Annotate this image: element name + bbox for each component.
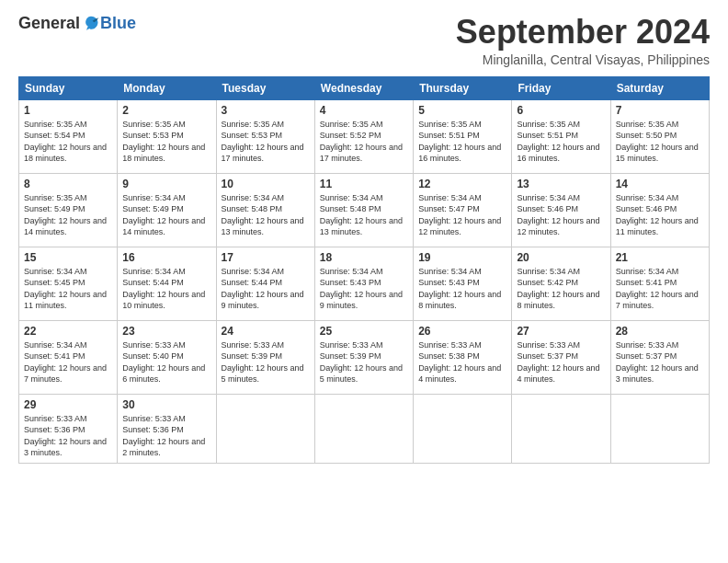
day-number: 20 [517,251,605,264]
week-row-5: 29 Sunrise: 5:33 AMSunset: 5:36 PMDaylig… [19,394,710,463]
day-number: 6 [517,104,605,117]
calendar-table: SundayMondayTuesdayWednesdayThursdayFrid… [18,76,710,464]
page: General Blue September 2024 Minglanilla,… [0,0,728,563]
day-info: Sunrise: 5:34 AMSunset: 5:45 PMDaylight:… [24,267,107,311]
header: General Blue September 2024 Minglanilla,… [18,14,710,67]
day-number: 19 [418,251,506,264]
day-cell: 2 Sunrise: 5:35 AMSunset: 5:53 PMDayligh… [118,99,216,173]
day-cell: 22 Sunrise: 5:34 AMSunset: 5:41 PMDaylig… [19,320,118,394]
day-number: 11 [320,178,408,190]
day-cell: 14 Sunrise: 5:34 AMSunset: 5:46 PMDaylig… [610,173,709,247]
day-cell [314,394,413,463]
day-number: 27 [517,325,605,338]
day-number: 22 [24,325,112,338]
day-cell: 17 Sunrise: 5:34 AMSunset: 5:44 PMDaylig… [216,247,314,320]
day-info: Sunrise: 5:34 AMSunset: 5:44 PMDaylight:… [122,267,205,311]
day-info: Sunrise: 5:35 AMSunset: 5:52 PMDaylight:… [320,120,403,164]
day-cell: 29 Sunrise: 5:33 AMSunset: 5:36 PMDaylig… [19,394,118,463]
day-info: Sunrise: 5:35 AMSunset: 5:53 PMDaylight:… [122,120,205,164]
logo-general: General [18,14,80,33]
day-cell [610,394,709,463]
week-row-2: 8 Sunrise: 5:35 AMSunset: 5:49 PMDayligh… [19,173,710,247]
day-cell: 3 Sunrise: 5:35 AMSunset: 5:53 PMDayligh… [216,99,314,173]
day-number: 29 [24,398,112,411]
header-wednesday: Wednesday [314,76,413,99]
day-cell: 13 Sunrise: 5:34 AMSunset: 5:46 PMDaylig… [512,173,610,247]
day-number: 25 [320,325,408,338]
day-number: 21 [616,251,704,264]
day-info: Sunrise: 5:34 AMSunset: 5:43 PMDaylight:… [320,267,403,311]
day-info: Sunrise: 5:33 AMSunset: 5:39 PMDaylight:… [222,340,304,385]
logo-bird-icon [82,15,100,33]
day-cell: 10 Sunrise: 5:34 AMSunset: 5:48 PMDaylig… [216,173,314,247]
logo: General Blue [18,14,136,33]
day-info: Sunrise: 5:34 AMSunset: 5:46 PMDaylight:… [517,193,599,237]
day-cell [512,394,610,463]
day-number: 8 [24,178,112,190]
day-cell: 19 Sunrise: 5:34 AMSunset: 5:43 PMDaylig… [414,247,512,320]
day-info: Sunrise: 5:33 AMSunset: 5:36 PMDaylight:… [24,414,107,458]
day-cell: 23 Sunrise: 5:33 AMSunset: 5:40 PMDaylig… [118,320,216,394]
day-cell: 12 Sunrise: 5:34 AMSunset: 5:47 PMDaylig… [414,173,512,247]
week-row-1: 1 Sunrise: 5:35 AMSunset: 5:54 PMDayligh… [19,99,710,173]
day-info: Sunrise: 5:33 AMSunset: 5:37 PMDaylight:… [517,340,599,385]
day-number: 14 [616,178,704,190]
day-number: 15 [24,251,112,264]
day-number: 24 [222,325,310,338]
header-monday: Monday [118,76,216,99]
week-row-3: 15 Sunrise: 5:34 AMSunset: 5:45 PMDaylig… [19,247,710,320]
day-cell: 30 Sunrise: 5:33 AMSunset: 5:36 PMDaylig… [118,394,216,463]
day-info: Sunrise: 5:34 AMSunset: 5:43 PMDaylight:… [418,267,501,311]
day-info: Sunrise: 5:34 AMSunset: 5:49 PMDaylight:… [122,193,205,237]
day-cell: 9 Sunrise: 5:34 AMSunset: 5:49 PMDayligh… [118,173,216,247]
location-title: Minglanilla, Central Visayas, Philippine… [456,52,710,67]
day-info: Sunrise: 5:34 AMSunset: 5:48 PMDaylight:… [320,193,403,237]
day-number: 12 [418,178,506,190]
title-block: September 2024 Minglanilla, Central Visa… [456,14,710,67]
day-cell: 24 Sunrise: 5:33 AMSunset: 5:39 PMDaylig… [216,320,314,394]
day-info: Sunrise: 5:35 AMSunset: 5:51 PMDaylight:… [418,120,501,164]
day-number: 17 [222,251,310,264]
day-cell: 6 Sunrise: 5:35 AMSunset: 5:51 PMDayligh… [512,99,610,173]
day-number: 5 [418,104,506,117]
day-number: 30 [122,398,210,411]
day-info: Sunrise: 5:34 AMSunset: 5:44 PMDaylight:… [222,267,304,311]
month-title: September 2024 [456,14,710,51]
day-cell: 15 Sunrise: 5:34 AMSunset: 5:45 PMDaylig… [19,247,118,320]
day-cell [414,394,512,463]
day-number: 26 [418,325,506,338]
day-number: 13 [517,178,605,190]
day-info: Sunrise: 5:33 AMSunset: 5:37 PMDaylight:… [616,340,699,385]
day-number: 4 [320,104,408,117]
header-thursday: Thursday [414,76,512,99]
day-cell: 25 Sunrise: 5:33 AMSunset: 5:39 PMDaylig… [314,320,413,394]
day-info: Sunrise: 5:33 AMSunset: 5:40 PMDaylight:… [122,340,205,385]
day-info: Sunrise: 5:34 AMSunset: 5:47 PMDaylight:… [418,193,501,237]
day-number: 23 [122,325,210,338]
day-number: 9 [122,178,210,190]
header-saturday: Saturday [610,76,709,99]
day-cell: 21 Sunrise: 5:34 AMSunset: 5:41 PMDaylig… [610,247,709,320]
day-cell: 28 Sunrise: 5:33 AMSunset: 5:37 PMDaylig… [610,320,709,394]
day-info: Sunrise: 5:34 AMSunset: 5:42 PMDaylight:… [517,267,599,311]
day-cell: 1 Sunrise: 5:35 AMSunset: 5:54 PMDayligh… [19,99,118,173]
day-cell: 7 Sunrise: 5:35 AMSunset: 5:50 PMDayligh… [610,99,709,173]
logo-blue: Blue [100,14,136,33]
day-cell: 5 Sunrise: 5:35 AMSunset: 5:51 PMDayligh… [414,99,512,173]
header-row: SundayMondayTuesdayWednesdayThursdayFrid… [19,76,710,99]
day-number: 16 [122,251,210,264]
day-info: Sunrise: 5:34 AMSunset: 5:46 PMDaylight:… [616,193,699,237]
day-info: Sunrise: 5:33 AMSunset: 5:39 PMDaylight:… [320,340,403,385]
day-number: 2 [122,104,210,117]
day-info: Sunrise: 5:35 AMSunset: 5:49 PMDaylight:… [24,193,107,237]
day-info: Sunrise: 5:34 AMSunset: 5:41 PMDaylight:… [24,340,107,385]
header-friday: Friday [512,76,610,99]
day-number: 1 [24,104,112,117]
day-info: Sunrise: 5:35 AMSunset: 5:53 PMDaylight:… [222,120,304,164]
day-info: Sunrise: 5:33 AMSunset: 5:38 PMDaylight:… [418,340,501,385]
day-number: 18 [320,251,408,264]
logo-text: General Blue [18,14,136,33]
header-tuesday: Tuesday [216,76,314,99]
day-cell [216,394,314,463]
day-number: 7 [616,104,704,117]
